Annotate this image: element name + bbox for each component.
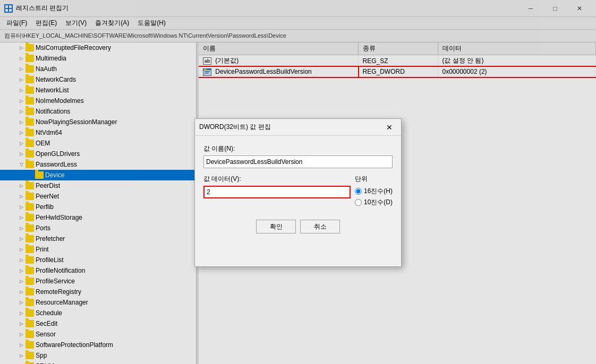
cancel-button[interactable]: 취소 bbox=[300, 220, 340, 233]
dialog-content: 값 이름(N): 값 데이터(V): 단위 16진수(H) 10진수(D) bbox=[195, 136, 401, 242]
radio-hex-option[interactable]: 16진수(H) bbox=[355, 187, 393, 196]
dialog-close-button[interactable]: ✕ bbox=[382, 121, 397, 134]
value-row: 값 데이터(V): 단위 16진수(H) 10진수(D) bbox=[203, 175, 393, 207]
radio-dec-option[interactable]: 10진수(D) bbox=[355, 198, 393, 207]
modal-overlay: DWORD(32비트) 값 편집 ✕ 값 이름(N): 값 데이터(V): 단위… bbox=[0, 0, 596, 364]
radio-hex[interactable] bbox=[355, 188, 362, 195]
radio-dec[interactable] bbox=[355, 199, 362, 206]
value-name-input[interactable] bbox=[203, 155, 393, 168]
edit-dialog: DWORD(32비트) 값 편집 ✕ 값 이름(N): 값 데이터(V): 단위… bbox=[194, 118, 402, 267]
value-data-label: 값 데이터(V): bbox=[203, 175, 351, 184]
radio-dec-label: 10진수(D) bbox=[364, 198, 393, 207]
unit-label: 단위 bbox=[355, 175, 393, 184]
ok-button[interactable]: 확인 bbox=[256, 220, 296, 233]
value-name-label: 값 이름(N): bbox=[203, 144, 393, 153]
radio-hex-label: 16진수(H) bbox=[364, 187, 393, 196]
dialog-title: DWORD(32비트) 값 편집 bbox=[199, 123, 382, 132]
dialog-buttons: 확인 취소 bbox=[203, 220, 393, 233]
dialog-title-bar: DWORD(32비트) 값 편집 ✕ bbox=[195, 119, 401, 136]
unit-section: 단위 16진수(H) 10진수(D) bbox=[355, 175, 393, 207]
value-data-input[interactable] bbox=[203, 186, 351, 198]
value-data-section: 값 데이터(V): bbox=[203, 175, 351, 207]
